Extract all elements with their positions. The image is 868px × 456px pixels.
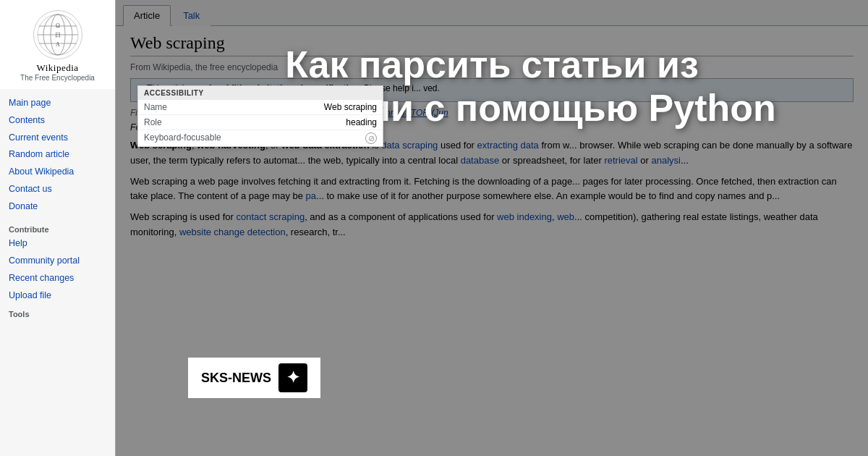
link-website-change[interactable]: website change detection	[179, 227, 286, 237]
star-icon: ✦	[278, 363, 307, 392]
link-web2[interactable]: web	[557, 211, 574, 222]
article-paragraph-3: Web scraping is used for contact scrapin…	[130, 210, 854, 240]
svg-text:A: A	[56, 41, 60, 48]
tooltip-header: ACCESSIBILITY	[138, 86, 383, 100]
tab-talk[interactable]: Talk	[172, 5, 210, 26]
svg-text:Ω: Ω	[56, 22, 60, 29]
link-data-scraping[interactable]: data scraping	[381, 140, 438, 151]
sks-news-badge: SKS-NEWS ✦	[188, 358, 320, 398]
tooltip-value-role: heading	[346, 117, 377, 127]
tooltip-label-role: Role	[144, 117, 162, 127]
sks-news-label: SKS-NEWS	[201, 371, 271, 386]
contribute-section-title: Contribute	[9, 225, 106, 234]
sidebar-item-donate[interactable]: Donate	[9, 198, 106, 216]
tooltip-label-keyboard: Keyboard-focusable	[144, 132, 221, 144]
tools-section-title: Tools	[9, 310, 106, 318]
sidebar-item-main-page[interactable]: Main page	[9, 95, 106, 112]
tab-bar: Article Talk	[116, 0, 868, 26]
wiki-logo-area: Ω 日 A Wikipedia The Free Encyclopedia	[0, 0, 115, 89]
tooltip-value-keyboard: ⊘	[365, 132, 377, 144]
sidebar-item-recent-changes[interactable]: Recent changes	[9, 270, 106, 287]
main-content: Article Talk Web scraping From Wikipedia…	[116, 0, 868, 456]
sidebar-item-contents[interactable]: Contents	[9, 112, 106, 130]
link-analysis[interactable]: analysi	[651, 155, 680, 166]
wiki-name-label: Wikipedia	[36, 62, 78, 74]
sidebar-item-upload-file[interactable]: Upload file	[9, 287, 106, 305]
sidebar-item-help[interactable]: Help	[9, 235, 106, 253]
link-database[interactable]: database	[461, 155, 500, 166]
article-paragraph-2: Web scraping a web page involves fetchin…	[130, 174, 854, 205]
link-contact-scraping[interactable]: contact scraping	[236, 211, 305, 222]
svg-text:日: 日	[55, 32, 61, 38]
article-subtitle: From Wikipedia, the free encyclopedia	[130, 62, 854, 72]
article-title: Web scraping	[130, 33, 854, 56]
tooltip-row-role: Role heading	[138, 115, 383, 130]
wiki-globe-icon: Ω 日 A	[33, 10, 82, 59]
tooltip-value-name: Web scraping	[324, 102, 377, 112]
link-retrieval[interactable]: retrieval	[604, 155, 637, 166]
sidebar-item-community-portal[interactable]: Community portal	[9, 253, 106, 270]
sidebar: Ω 日 A Wikipedia The Free Encyclopedia Ma…	[0, 0, 116, 456]
keyboard-focusable-icon: ⊘	[365, 132, 377, 144]
sidebar-main-nav: Main page Contents Current events Random…	[0, 89, 115, 221]
tab-article[interactable]: Article	[123, 5, 171, 26]
tooltip-row-keyboard: Keyboard-focusable ⊘	[138, 130, 383, 146]
sidebar-item-contact-us[interactable]: Contact us	[9, 181, 106, 198]
sidebar-tools-section: Tools	[0, 305, 115, 321]
sidebar-item-about-wikipedia[interactable]: About Wikipedia	[9, 164, 106, 181]
link-web-indexing[interactable]: web indexing	[497, 211, 552, 222]
accessibility-tooltip: ACCESSIBILITY Name Web scraping Role hea…	[137, 85, 383, 147]
tooltip-row-name: Name Web scraping	[138, 100, 383, 115]
sidebar-contribute-section: Contribute Help Community portal Recent …	[0, 221, 115, 305]
sidebar-item-random-article[interactable]: Random article	[9, 146, 106, 164]
wiki-tagline-label: The Free Encyclopedia	[20, 74, 95, 82]
link-pa[interactable]: pa	[306, 190, 316, 201]
link-extracting-data[interactable]: extracting data	[477, 140, 539, 151]
contribute-nav: Help Community portal Recent changes Upl…	[9, 235, 106, 304]
sidebar-item-current-events[interactable]: Current events	[9, 130, 106, 147]
tooltip-label-name: Name	[144, 102, 167, 112]
